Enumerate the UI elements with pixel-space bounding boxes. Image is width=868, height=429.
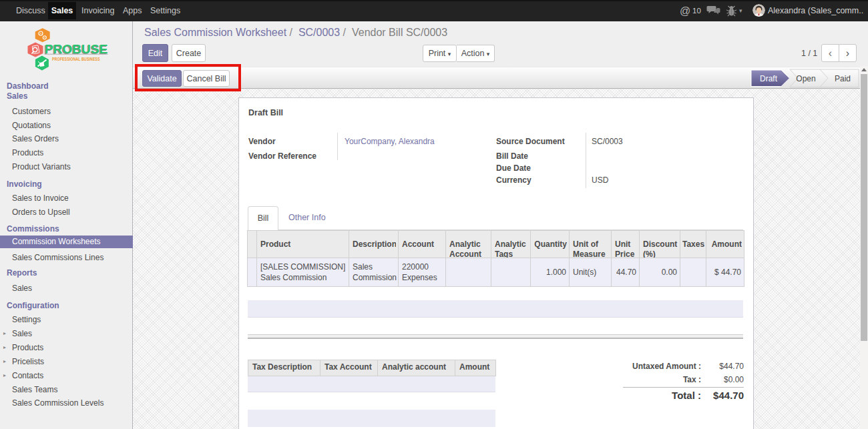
svg-text:Draft: Draft bbox=[760, 74, 778, 83]
svg-text:PROBUSE: PROBUSE bbox=[45, 43, 107, 56]
svg-text:Open: Open bbox=[796, 74, 815, 83]
svg-text:Paid: Paid bbox=[835, 74, 851, 83]
svg-text:PROFESSIONAL BUSINESS: PROFESSIONAL BUSINESS bbox=[52, 56, 100, 62]
